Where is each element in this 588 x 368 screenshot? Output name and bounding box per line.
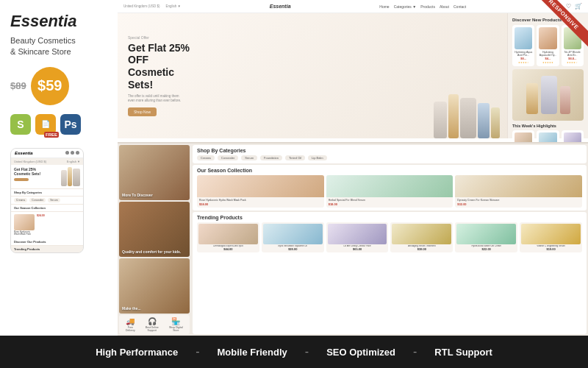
- mobile-trending-label: Trending Products: [11, 246, 83, 252]
- mobile-logo: Essentia: [15, 151, 33, 155]
- photo-label-1: More To Discover: [122, 193, 153, 197]
- season-card-2[interactable]: Herbal Special For Blend Serum $18.00: [326, 175, 453, 208]
- desktop-nav-links: Home Categories ▼ Products About Contact: [379, 4, 466, 9]
- trending-mini-3[interactable]: La Mer Lifting Contour Face $65.00: [326, 222, 389, 253]
- photo-label-3: Make the...: [122, 306, 141, 311]
- t-mini-price-6: $19.00: [521, 247, 581, 251]
- season-cards: Rose Hyaluronic Hydra Wash Mask Pack $24…: [197, 175, 582, 208]
- season-card-info-1: Rose Hyaluronic Hydra Wash Mask Pack $24…: [197, 197, 324, 208]
- support-label: Best Online Support: [146, 326, 159, 332]
- feature-rtl: RTL Support: [420, 347, 506, 358]
- desktop-hero-left: Special Offer Get Flat 25% OFFCosmetic S…: [118, 13, 507, 138]
- cat-creams[interactable]: Creams: [14, 198, 27, 202]
- t-mini-price-5: $22.00: [456, 247, 516, 251]
- cat-serum[interactable]: Serum: [48, 198, 60, 202]
- mobile-product-2: [68, 167, 72, 186]
- photo-label-2: Quality and comfort for your kids.: [122, 250, 181, 254]
- hero-bottle-3: [460, 98, 476, 138]
- highlight-3[interactable]: La Mer Lifting $65.00: [562, 130, 584, 144]
- high-performance-text: High Performance: [96, 347, 178, 358]
- cat-serum[interactable]: Serum: [241, 155, 257, 160]
- seo-text: SEO Optimized: [326, 347, 395, 358]
- season-title: Our Season Collection: [197, 168, 582, 173]
- mobile-category-pills: Creams Concealer Serum: [11, 197, 83, 205]
- mobile-location-bar: United Kingdom (USD $) English ▼: [11, 158, 83, 165]
- big-bottle-1: [526, 83, 538, 114]
- right-big-product: [512, 69, 584, 121]
- cat-lip-balm[interactable]: Lip Balm: [308, 155, 327, 160]
- mobile-friendly-text: Mobile Friendly: [217, 347, 287, 358]
- season-card-price-3: $32.00: [457, 202, 580, 206]
- hero-subtext: The offer is valid until making them eve…: [128, 94, 187, 104]
- store-label: Shop Digital Store: [169, 326, 183, 332]
- mobile-hero-products: [61, 167, 80, 186]
- trending-stars-2: ★★★★★: [539, 61, 556, 64]
- desktop-nav: United Kingdom (USD $) English ▼ Essenti…: [118, 0, 588, 13]
- delivery-icon: 🚚: [123, 317, 137, 325]
- cat-concealer[interactable]: Concealer: [29, 198, 46, 202]
- highlight-1[interactable]: Dermalogica Dark Spot $44.00: [512, 130, 534, 144]
- digital-store: 🏪 Shop Digital Store: [167, 317, 185, 332]
- trending-mini-5[interactable]: Hydra Boost Water Gel Cream $22.00: [455, 222, 517, 253]
- trending-mini-products: Dermalogica Expert Dark Spot $44.00 Bynx…: [197, 222, 582, 253]
- trending-mini-1[interactable]: Dermalogica Expert Dark Spot $44.00: [197, 222, 259, 253]
- shop-now-button[interactable]: Shop Now: [128, 107, 157, 116]
- desktop-hero-area: Special Offer Get Flat 25% OFFCosmetic S…: [118, 13, 588, 138]
- mobile-season-card: Rose HyaluronicWash Mask Pack: [14, 214, 35, 236]
- nav-products[interactable]: Products: [420, 4, 435, 9]
- cat-creams[interactable]: Creams: [197, 155, 215, 160]
- mobile-icon-3: [76, 151, 79, 155]
- free-badge: FREE: [44, 132, 59, 138]
- mobile-shop-btn[interactable]: [14, 178, 29, 181]
- separator-1: -: [196, 345, 199, 358]
- season-card-3[interactable]: Dynasty Cream For Korean Skincare $32.00: [455, 175, 582, 208]
- free-features-row: 🚚 Free Delivery 🎧 Best Online Support 🏪 …: [119, 315, 190, 334]
- season-card-img-3: [455, 175, 582, 197]
- t-mini-img-4: [392, 224, 451, 244]
- desktop-logo: Essentia: [270, 4, 291, 9]
- nav-about[interactable]: About: [440, 4, 449, 9]
- t-mini-price-4: $38.00: [392, 247, 451, 251]
- desktop-lang: English ▼: [166, 4, 181, 8]
- mobile-hero-heading: Get Flat 25%Cosmetic Sets!: [14, 167, 59, 177]
- trending-title: Trending Products: [197, 215, 582, 220]
- document-icon: 📄 FREE: [35, 114, 56, 135]
- nav-categories[interactable]: Categories ▼: [394, 4, 417, 9]
- center-main-col: Shop By Categories Creams Concealer Seru…: [191, 144, 588, 336]
- price-old: $89: [10, 80, 26, 91]
- hero-heading: Get Flat 25% OFFCosmetic Sets!: [128, 42, 194, 91]
- price-new-badge: $59: [31, 67, 69, 105]
- t-mini-price-2: $28.00: [263, 247, 323, 251]
- nav-home[interactable]: Home: [379, 4, 389, 9]
- trending-mini-6[interactable]: Vitamin C Brightening Serum $19.00: [520, 222, 582, 253]
- highlights-products: Dermalogica Dark Spot $44.00 Bynx Innova…: [512, 130, 584, 144]
- responsive-ribbon-text: RESPONSIVE: [531, 0, 588, 47]
- trending-mini-4[interactable]: Anti Aging Serum Treatment $38.00: [390, 222, 453, 253]
- mobile-season-img: [14, 214, 35, 230]
- responsive-badge: RESPONSIVE: [522, 0, 588, 52]
- highlight-2[interactable]: Bynx Innovation Oil $28.00: [537, 130, 559, 144]
- t-mini-price-3: $65.00: [328, 247, 387, 251]
- season-collection-row: Our Season Collection Rose Hyaluronic Hy…: [193, 165, 587, 210]
- trending-mini-2[interactable]: Bynx Innovation Squalene Oil $28.00: [262, 222, 324, 253]
- t-mini-img-2: [263, 224, 323, 244]
- mobile-nav-icons: [65, 151, 79, 155]
- desktop-location: United Kingdom (USD $): [123, 4, 160, 8]
- season-card-1[interactable]: Rose Hyaluronic Hydra Wash Mask Pack $24…: [197, 175, 324, 208]
- cat-foundation[interactable]: Foundation: [260, 155, 282, 160]
- t-mini-price-1: $44.00: [198, 247, 258, 251]
- cat-tinted-oil[interactable]: Tinted Oil: [285, 155, 305, 160]
- highlight-img-2: [539, 132, 556, 144]
- season-card-info-2: Herbal Special For Blend Serum $18.00: [326, 197, 453, 208]
- mobile-preview: Essentia United Kingdom (USD $) English …: [10, 148, 84, 253]
- desktop-mockup: United Kingdom (USD $) English ▼ Essenti…: [118, 0, 588, 144]
- brand-title: Essentia: [10, 12, 107, 31]
- center-bottom-area: More To Discover Quality and comfort for…: [118, 144, 588, 336]
- nav-contact[interactable]: Contact: [453, 4, 466, 9]
- hero-bottle-2: [448, 94, 459, 138]
- t-mini-img-1: [198, 224, 258, 244]
- category-row: Shop By Categories Creams Concealer Seru…: [193, 145, 587, 163]
- cat-concealer[interactable]: Concealer: [218, 155, 238, 160]
- hero-content: Special Offer Get Flat 25% OFFCosmetic S…: [128, 35, 194, 117]
- desktop-nav-left: United Kingdom (USD $) English ▼: [123, 4, 181, 8]
